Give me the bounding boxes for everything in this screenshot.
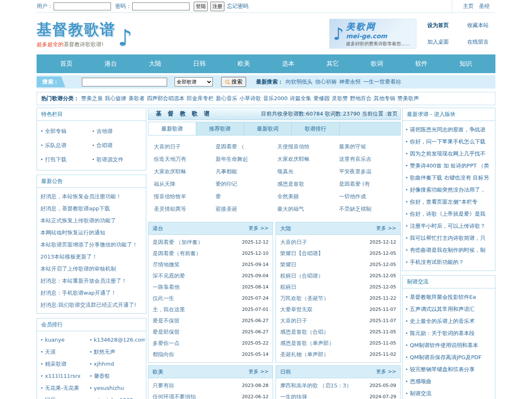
category-link[interactable]: 小草诗歌: [239, 95, 261, 101]
announcement-link[interactable]: 2013本站模板更新了！: [40, 254, 97, 260]
nav-item[interactable]: 其它: [326, 60, 339, 68]
announcement-link[interactable]: 本网站临时恢复运行的通知: [40, 229, 105, 236]
featured-link[interactable]: 吉他谱: [96, 128, 113, 134]
song-link[interactable]: 迎接圣诞: [216, 206, 237, 212]
category-link[interactable]: 赞美歌声: [397, 95, 419, 101]
song-link[interactable]: 圣灵情欲两等: [154, 206, 186, 212]
more-link[interactable]: 更多 >>: [249, 225, 268, 232]
category-link[interactable]: 我心旋律: [105, 95, 126, 101]
nav-item[interactable]: 选本: [282, 60, 294, 68]
song-link[interactable]: 不受缺乏辖制: [339, 206, 372, 212]
category-link[interactable]: 美歌者: [128, 95, 145, 101]
request-link[interactable]: 好像搜索功能突然没办法用了，: [410, 187, 485, 193]
featured-link[interactable]: 打包下载: [45, 156, 66, 163]
nav-item[interactable]: 欧美: [238, 60, 250, 68]
song-link[interactable]: 仅此一生: [153, 295, 174, 302]
song-link[interactable]: 最美的守候: [339, 143, 366, 150]
song-link[interactable]: 都指向你: [153, 351, 174, 358]
song-link[interactable]: 权柄日（合唱谱）: [280, 272, 323, 280]
song-link[interactable]: 颂真光: [277, 168, 293, 175]
category-link[interactable]: 音乐2000: [263, 95, 288, 101]
song-link[interactable]: 爱的印记: [216, 181, 237, 187]
latest-search-term[interactable]: 向软弱低头: [286, 79, 313, 85]
song-link[interactable]: 天使报喜信给: [277, 143, 310, 150]
search-button[interactable]: 搜索: [221, 77, 246, 87]
song-link[interactable]: 爱: [216, 193, 221, 200]
song-link[interactable]: 感恩是首歌（单声部）: [280, 340, 334, 347]
song-link[interactable]: 多爱你一点: [153, 340, 180, 347]
song-link[interactable]: 大爱举世无双: [280, 306, 313, 313]
exchange-link[interactable]: 五声调式以其常用和声语汇: [410, 306, 475, 312]
latest-search-term[interactable]: 一生一世爱着祢: [363, 79, 401, 85]
exchange-link[interactable]: QM制谱后保存高清JPG及PDF: [410, 354, 482, 360]
member-link[interactable]: 默然无声: [94, 349, 116, 355]
tab-score-ranking[interactable]: 歌谱排行: [292, 122, 340, 135]
category-link[interactable]: 诗篇全集: [290, 95, 311, 101]
song-link[interactable]: 福从天降: [154, 181, 175, 187]
latest-search-term[interactable]: 信心祈祷: [315, 79, 337, 85]
more-link[interactable]: 更多 >>: [249, 368, 268, 375]
exchange-link[interactable]: 制谱交流: [410, 390, 431, 397]
song-link[interactable]: 感恩是首歌（合唱）: [280, 328, 329, 336]
password-field[interactable]: [132, 2, 190, 10]
song-link[interactable]: 摩西和羔羊的歌 （启15：3）: [280, 382, 352, 389]
exchange-link[interactable]: 陈元勋：关于歌词的基本段: [410, 330, 475, 336]
song-link[interactable]: 爱是不保留: [153, 317, 180, 325]
song-link[interactable]: 深不见底的爱: [153, 272, 185, 280]
member-link[interactable]: x111l111rsrx: [45, 373, 81, 379]
song-link[interactable]: 凡事都能: [216, 168, 237, 175]
announcement-link[interactable]: 本站歌谱页面增添了分享微信的功能了！: [40, 241, 138, 248]
request-link[interactable]: 手机没有试听功能的？: [410, 259, 464, 265]
exchange-link[interactable]: 恩感颂曲: [410, 378, 431, 384]
home-page-link[interactable]: 主页: [463, 3, 474, 9]
song-link[interactable]: 一切他作成: [339, 193, 366, 200]
song-link[interactable]: 是因着爱（有前奏）: [153, 250, 201, 257]
exchange-link[interactable]: 史上最全的乐谱上的音乐术: [410, 318, 475, 324]
song-link[interactable]: 权柄日: [280, 283, 296, 291]
breadcrumb-home-link[interactable]: 首页: [387, 111, 398, 117]
exchange-link[interactable]: QM制谱软件使用说明和基本: [410, 342, 478, 348]
song-link[interactable]: 这里有喜乐吉: [339, 156, 372, 162]
song-link[interactable]: 大喜的日子: [280, 239, 307, 246]
song-link[interactable]: 大家欢庆耶稣: [277, 156, 310, 162]
song-link[interactable]: 新年生命舞起: [216, 156, 248, 162]
member-link[interactable]: xjhhmd: [94, 361, 114, 367]
song-link[interactable]: 圣诞礼物（单声部）: [280, 351, 329, 358]
song-link[interactable]: 平安夜里多温: [339, 168, 372, 175]
announcement-link[interactable]: 好消息，基督教歌谱app下载: [40, 205, 110, 212]
announcement-link[interactable]: 本站正式恢复上传歌谱的功能了: [40, 217, 116, 224]
member-link[interactable]: 天涯: [45, 349, 56, 355]
request-link[interactable]: 歌曲伴奏下载 右键也没有 目标另: [410, 175, 489, 181]
nav-item[interactable]: 首页: [60, 60, 72, 68]
song-link[interactable]: 是因着爱 （加伴奏）: [153, 239, 203, 246]
song-link[interactable]: 荣耀日【合唱谱】: [280, 250, 323, 257]
search-input[interactable]: [82, 78, 167, 86]
desktop-link[interactable]: 加入桌面: [427, 38, 449, 46]
category-link[interactable]: 爱修园: [313, 95, 330, 101]
message-link[interactable]: 在线留言: [467, 38, 489, 46]
member-link[interactable]: winnielee1969: [94, 397, 133, 399]
announcement-link[interactable]: 好消息：本站重新开放会员注册了！: [40, 278, 127, 284]
request-link[interactable]: 赞美诗400首 加 短诗的PPT （类: [410, 163, 489, 169]
request-link[interactable]: 你好，诗歌《上帝就是爱》是我: [410, 211, 485, 217]
song-link[interactable]: 大家欢庆耶稣: [154, 168, 186, 175]
song-link[interactable]: 最大的福气: [277, 206, 304, 212]
more-link[interactable]: 更多 >>: [376, 225, 396, 232]
request-link[interactable]: 你好，查看页面左侧“本栏专: [410, 199, 478, 205]
announcement-link[interactable]: 好消息:我们歌谱交流群已经正式开通了!: [40, 302, 136, 308]
member-link[interactable]: 无花果-无花果: [45, 385, 79, 391]
song-link[interactable]: 报喜信给牧羊: [154, 193, 186, 200]
song-link[interactable]: 荣耀日: [280, 261, 296, 268]
exchange-link[interactable]: 基督教敬拜聚会投影软件Ea: [410, 294, 476, 300]
forgot-password-link[interactable]: 忘记密码: [227, 2, 249, 10]
nav-item[interactable]: 知识: [460, 60, 472, 68]
featured-link[interactable]: 合唱谱: [96, 142, 113, 148]
tab-recommended-scores[interactable]: 推荐歌谱: [196, 122, 244, 135]
tab-latest-lyrics[interactable]: 最新歌词: [244, 122, 292, 135]
nav-item[interactable]: 日韩: [193, 60, 206, 68]
latest-search-term[interactable]: 神爱永恒: [339, 79, 361, 85]
category-link[interactable]: 灵歌赞: [332, 95, 348, 101]
category-link[interactable]: 四声部合唱选本: [147, 95, 185, 101]
nav-item[interactable]: 歌词: [371, 60, 383, 68]
username-field[interactable]: [54, 2, 111, 10]
